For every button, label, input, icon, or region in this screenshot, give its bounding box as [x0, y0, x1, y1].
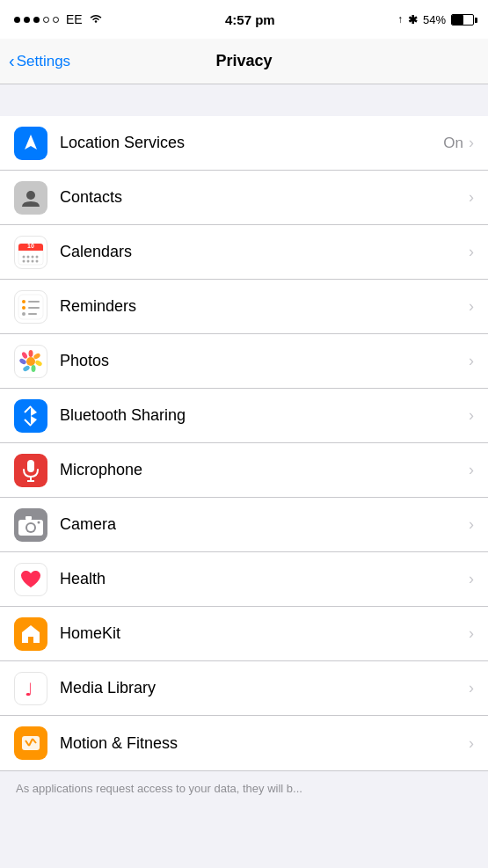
signal-dot-2 [24, 17, 30, 23]
microphone-icon [14, 454, 47, 487]
back-chevron-icon: ‹ [9, 51, 15, 71]
svg-point-35 [38, 521, 40, 523]
svg-rect-28 [27, 460, 34, 472]
location-services-value: On [443, 135, 463, 152]
svg-point-10 [27, 259, 30, 262]
signal-dot-1 [14, 17, 20, 23]
camera-icon [14, 508, 47, 542]
svg-point-27 [21, 351, 28, 359]
contacts-item[interactable]: Contacts › [0, 171, 488, 225]
photos-label: Photos [60, 352, 469, 370]
camera-label: Camera [60, 515, 469, 534]
photos-chevron-icon: › [469, 352, 474, 370]
camera-chevron-icon: › [469, 515, 474, 534]
svg-point-0 [26, 191, 35, 200]
svg-rect-34 [25, 516, 32, 520]
motion-fitness-icon [14, 726, 47, 760]
media-library-chevron-icon: › [469, 679, 474, 697]
status-bar: EE 4:57 pm ↑ ✱ 54% [0, 0, 488, 39]
health-chevron-icon: › [469, 570, 474, 588]
svg-point-5 [23, 255, 25, 258]
svg-point-6 [27, 255, 30, 258]
motion-fitness-item[interactable]: Motion & Fitness › [0, 716, 488, 770]
location-chevron-icon: › [469, 134, 474, 152]
svg-point-20 [26, 357, 35, 366]
signal-dot-5 [53, 17, 59, 23]
bluetooth-sharing-icon [14, 399, 47, 433]
homekit-item[interactable]: HomeKit › [0, 607, 488, 661]
reminders-item[interactable]: Reminders › [0, 280, 488, 334]
svg-point-7 [32, 255, 34, 258]
contacts-chevron-icon: › [469, 188, 474, 207]
bluetooth-sharing-item[interactable]: Bluetooth Sharing › [0, 389, 488, 443]
calendars-label: Calendars [60, 243, 469, 261]
reminders-icon [14, 290, 47, 324]
signal-dot-4 [43, 17, 49, 23]
homekit-icon [14, 617, 47, 651]
svg-text:♩: ♩ [25, 680, 33, 699]
microphone-item[interactable]: Microphone › [0, 443, 488, 498]
bluetooth-status-icon: ✱ [408, 13, 418, 26]
location-services-label: Location Services [60, 134, 443, 152]
svg-point-12 [36, 259, 39, 262]
status-time: 4:57 pm [225, 12, 275, 27]
bluetooth-sharing-chevron-icon: › [469, 406, 474, 425]
media-library-icon: ♩ [14, 672, 47, 705]
contacts-label: Contacts [60, 188, 469, 207]
svg-point-23 [34, 359, 42, 366]
svg-point-15 [22, 306, 25, 310]
motion-fitness-label: Motion & Fitness [60, 734, 469, 753]
photos-icon [14, 345, 47, 378]
svg-point-8 [36, 255, 39, 258]
status-left: EE [14, 12, 103, 26]
svg-point-33 [27, 524, 34, 531]
media-library-item[interactable]: ♩ Media Library › [0, 661, 488, 716]
svg-rect-19 [28, 313, 37, 315]
svg-rect-18 [28, 307, 40, 309]
location-status-icon: ↑ [397, 13, 403, 26]
homekit-label: HomeKit [60, 624, 469, 643]
svg-rect-17 [28, 301, 40, 303]
battery-fill [452, 15, 463, 25]
contacts-icon [14, 181, 47, 215]
svg-text:10: 10 [27, 243, 34, 249]
svg-point-25 [22, 364, 30, 371]
health-icon [14, 563, 47, 596]
footer-text: As applications request access to your d… [0, 770, 488, 806]
carrier-label: EE [66, 12, 83, 26]
health-item[interactable]: Health › [0, 552, 488, 607]
microphone-label: Microphone [60, 461, 469, 479]
wifi-icon [89, 13, 103, 26]
location-icon [14, 127, 47, 160]
svg-point-21 [29, 350, 33, 357]
back-label[interactable]: Settings [17, 53, 70, 70]
calendars-icon: 10 [14, 236, 47, 269]
reminders-chevron-icon: › [469, 297, 474, 316]
camera-item[interactable]: Camera › [0, 498, 488, 552]
svg-point-11 [32, 259, 34, 262]
svg-point-9 [23, 259, 25, 262]
homekit-chevron-icon: › [469, 624, 474, 643]
reminders-label: Reminders [60, 297, 469, 316]
location-services-item[interactable]: Location Services On › [0, 116, 488, 171]
status-right: ↑ ✱ 54% [397, 13, 474, 26]
settings-list: Location Services On › Contacts › 10 [0, 116, 488, 770]
svg-point-16 [22, 312, 25, 316]
battery-icon [451, 14, 474, 26]
motion-fitness-chevron-icon: › [469, 734, 474, 753]
battery-percentage: 54% [423, 13, 446, 26]
svg-point-24 [32, 365, 36, 372]
signal-dot-3 [33, 17, 40, 23]
section-gap [0, 84, 488, 116]
photos-item[interactable]: Photos › [0, 334, 488, 389]
media-library-label: Media Library [60, 679, 469, 697]
calendars-item[interactable]: 10 Calendars › [0, 225, 488, 280]
health-label: Health [60, 570, 469, 588]
calendars-chevron-icon: › [469, 243, 474, 261]
svg-point-14 [22, 300, 25, 303]
svg-point-26 [18, 357, 26, 364]
page-title: Privacy [215, 52, 272, 70]
microphone-chevron-icon: › [469, 461, 474, 479]
nav-bar: ‹ Settings Privacy [0, 39, 488, 84]
back-button[interactable]: ‹ Settings [9, 51, 70, 71]
